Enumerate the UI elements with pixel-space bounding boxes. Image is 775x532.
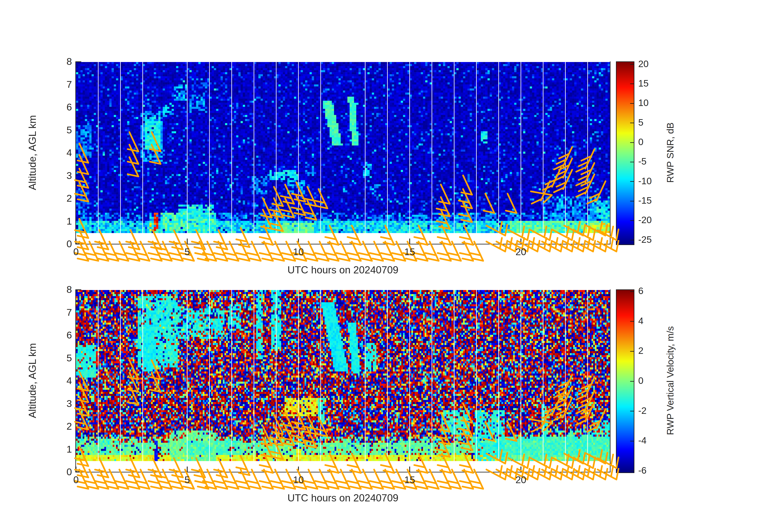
wind-barb <box>438 470 451 489</box>
y-tick <box>76 243 81 244</box>
wind-barb <box>115 241 128 261</box>
y-tick-label: 1 <box>50 215 72 226</box>
wind-barb <box>136 470 149 489</box>
x-tick <box>298 238 299 244</box>
wind-barb <box>304 241 317 261</box>
wind-barb <box>247 241 261 261</box>
colorbar-tick <box>630 411 634 411</box>
wind-barb <box>587 466 608 480</box>
colorbar-tick-label: -20 <box>638 214 652 225</box>
x-tick-label: 20 <box>516 474 526 485</box>
wind-barb <box>564 466 585 480</box>
wind-barb <box>170 470 183 489</box>
wind-barb <box>148 241 162 261</box>
snr-colorbar-title: RWP SNR, dB <box>665 122 676 182</box>
wind-barb <box>315 470 328 489</box>
wind-barb <box>214 470 227 489</box>
wind-barb <box>392 241 406 261</box>
wind-barb <box>460 241 473 261</box>
wind-barb <box>236 470 250 489</box>
colorbar-tick-label: 2 <box>638 345 644 356</box>
wind-barb <box>381 241 394 261</box>
x-tick-label: 5 <box>185 474 190 485</box>
x-tick <box>521 467 521 472</box>
wind-barb <box>415 241 428 261</box>
wind-barb <box>126 470 140 489</box>
wind-barb <box>126 241 140 261</box>
wind-barb <box>370 241 383 261</box>
y-tick-label: 7 <box>50 79 72 90</box>
wind-barb <box>448 241 461 261</box>
colorbar-tick-label: 0 <box>638 375 644 386</box>
wind-barb <box>426 470 439 489</box>
y-tick <box>76 471 81 472</box>
wind-barb <box>487 238 507 251</box>
y-tick-label: 0 <box>50 466 72 478</box>
colorbar-tick <box>630 381 634 382</box>
wind-barb <box>115 470 128 489</box>
colorbar-tick <box>630 471 634 471</box>
y-tick-label: 5 <box>50 352 72 363</box>
y-tick-label: 3 <box>50 398 72 409</box>
y-tick-label: 8 <box>50 56 72 67</box>
wind-barb <box>260 470 273 489</box>
colorbar-tick <box>630 220 634 221</box>
x-tick-label: 10 <box>293 474 304 485</box>
wind-barb <box>531 466 552 480</box>
x-tick <box>76 467 76 472</box>
right-spine <box>610 290 611 472</box>
colorbar-tick <box>630 123 634 123</box>
wind-barb <box>325 470 339 489</box>
colorbar-tick-label: 6 <box>638 286 644 296</box>
wind-barb <box>105 241 118 261</box>
colorbar-tick <box>630 83 634 84</box>
wind-barb <box>470 241 483 261</box>
x-tick-label: 5 <box>185 246 190 257</box>
rwp-figure: Altitude, AGL km UTC hours on 20240709 0… <box>0 0 775 532</box>
velocity-heatmap <box>76 290 610 461</box>
wind-barb <box>347 241 361 261</box>
y-tick-label: 2 <box>50 193 72 204</box>
colorbar-tick <box>630 240 634 240</box>
wind-barb <box>105 470 118 489</box>
y-tick-label: 6 <box>50 330 72 341</box>
y-axis-label-snr: Altitude, AGL km <box>27 115 38 190</box>
wind-barb <box>542 238 563 251</box>
y-tick-label: 0 <box>50 238 72 249</box>
velocity-colorbar <box>616 290 634 473</box>
wind-barb <box>370 470 383 489</box>
wind-barb <box>448 470 461 489</box>
wind-barb <box>347 470 361 489</box>
colorbar-tick-label: -25 <box>638 234 652 245</box>
colorbar-tick <box>630 103 634 104</box>
x-tick <box>409 467 410 472</box>
wind-barb <box>574 238 595 251</box>
y-tick-label: 6 <box>50 101 72 113</box>
right-spine <box>610 61 611 244</box>
colorbar-tick-label: -2 <box>638 405 647 416</box>
y-tick <box>76 290 81 290</box>
y-tick <box>76 61 81 62</box>
y-tick-label: 7 <box>50 307 72 318</box>
colorbar-tick <box>630 321 634 322</box>
wind-barb <box>260 241 273 261</box>
wind-barb <box>381 470 394 489</box>
wind-barb <box>236 241 250 261</box>
wind-barb <box>85 241 98 261</box>
y-tick-label: 5 <box>50 124 72 135</box>
colorbar-tick <box>630 351 634 352</box>
x-axis-label-velocity: UTC hours on 20240709 <box>287 492 399 504</box>
y-tick-label: 8 <box>50 284 72 295</box>
wind-barb <box>148 470 162 489</box>
velocity-plot-area: UTC hours on 20240709 05101520012345678 <box>76 290 610 472</box>
wind-barb <box>426 241 439 261</box>
colorbar-tick <box>630 291 634 292</box>
colorbar-tick-label: 15 <box>638 78 649 89</box>
wind-barb <box>195 241 208 261</box>
colorbar-tick-label: 10 <box>638 97 649 108</box>
wind-barb <box>156 241 172 261</box>
y-tick-label: 4 <box>50 147 72 158</box>
wind-barb <box>170 241 183 261</box>
x-tick-label: 15 <box>404 246 415 257</box>
wind-barb <box>271 470 284 489</box>
